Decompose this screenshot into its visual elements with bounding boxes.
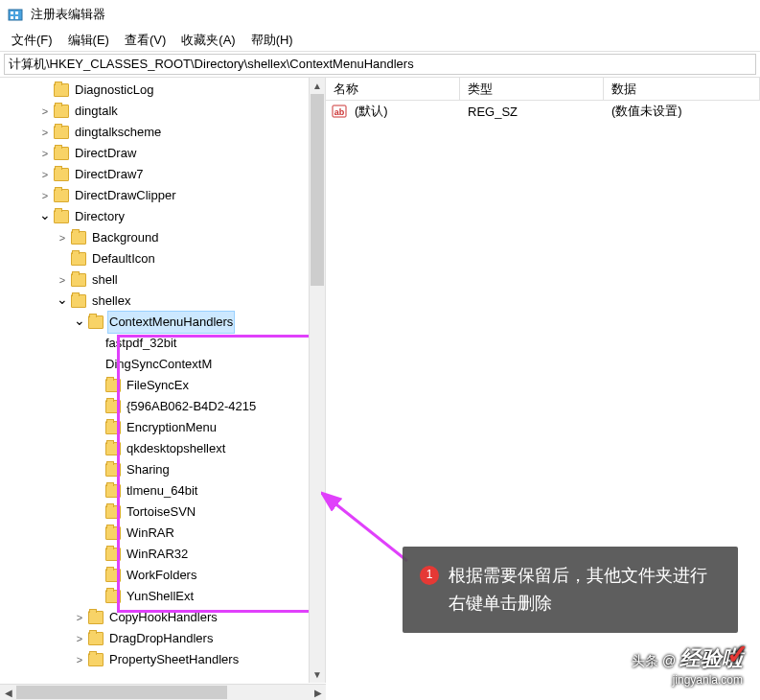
tree-vscrollbar[interactable]: ▲ ▼ (309, 78, 325, 683)
tree-label: Directory (73, 206, 127, 227)
tree-label: dingtalk (73, 101, 120, 122)
tree-hscrollbar[interactable]: ◀ ▶ (0, 684, 326, 700)
tree-item[interactable]: tlmenu_64bit (4, 480, 325, 502)
callout-number: 1 (420, 566, 439, 585)
chevron-right-icon[interactable]: > (73, 649, 86, 670)
col-name[interactable]: 名称 (326, 78, 460, 100)
watermark-prefix: 头条 @ (632, 653, 676, 668)
col-data[interactable]: 数据 (604, 78, 760, 100)
tree[interactable]: DiagnosticLog>dingtalk>dingtalkscheme>Di… (0, 78, 325, 672)
tree-label: DirectDraw (73, 143, 138, 164)
tree-label: EncryptionMenu (125, 417, 219, 438)
scroll-left-icon[interactable]: ◀ (0, 685, 16, 700)
addressbar[interactable]: 计算机\HKEY_CLASSES_ROOT\Directory\shellex\… (4, 54, 756, 75)
tree-label: DirectDraw7 (73, 164, 146, 185)
chevron-right-icon[interactable]: > (38, 185, 52, 206)
svg-rect-1 (11, 12, 13, 14)
folder-icon (105, 526, 121, 540)
col-type[interactable]: 类型 (460, 78, 604, 100)
tree-item[interactable]: WinRAR (4, 523, 325, 544)
svg-rect-3 (11, 16, 13, 19)
tree-item[interactable]: WinRAR32 (4, 544, 325, 565)
tree-item[interactable]: YunShellExt (4, 586, 325, 607)
scroll-right-icon[interactable]: ▶ (310, 685, 326, 700)
tree-label: FileSyncEx (125, 375, 191, 396)
tree-label: WinRAR (125, 523, 176, 544)
scroll-thumb[interactable] (311, 94, 324, 286)
tree-label: dingtalkscheme (73, 122, 163, 143)
folder-icon (71, 252, 86, 266)
folder-icon (54, 189, 69, 202)
tree-item[interactable]: >CopyHookHandlers (4, 607, 325, 628)
chevron-right-icon[interactable]: > (38, 143, 52, 164)
folder-icon (88, 632, 104, 645)
cell-name: (默认) (347, 103, 460, 120)
scroll-down-icon[interactable]: ▼ (310, 666, 325, 683)
folder-icon (105, 505, 121, 519)
tree-item[interactable]: DingSyncContextM (4, 354, 325, 375)
scroll-up-icon[interactable]: ▲ (310, 78, 325, 94)
chevron-right-icon[interactable]: > (56, 227, 69, 248)
hscroll-track[interactable] (16, 685, 310, 700)
chevron-down-icon[interactable]: ⌄ (38, 204, 52, 225)
tree-item[interactable]: FileSyncEx (4, 375, 325, 396)
scroll-track[interactable] (310, 94, 325, 666)
tree-item[interactable]: >dingtalkscheme (4, 122, 325, 143)
tree-item[interactable]: >Background (4, 227, 325, 248)
checkmark-icon: ✓ (726, 639, 748, 670)
folder-icon (54, 83, 69, 97)
chevron-right-icon[interactable]: > (38, 164, 52, 185)
tree-item[interactable]: >PropertySheetHandlers (4, 649, 325, 670)
menu-file[interactable]: 文件(F) (4, 30, 60, 51)
menu-view[interactable]: 查看(V) (117, 30, 173, 51)
folder-icon (71, 231, 86, 245)
chevron-right-icon[interactable]: > (73, 607, 86, 628)
tree-item[interactable]: TortoiseSVN (4, 502, 325, 523)
folder-icon (88, 315, 104, 329)
tree-item[interactable]: Sharing (4, 459, 325, 480)
folder-icon (105, 421, 121, 434)
tree-item[interactable]: >shell (4, 269, 325, 291)
tree-item[interactable]: qkdesktopshellext (4, 438, 325, 459)
folder-icon (105, 400, 121, 413)
hscroll-thumb[interactable] (16, 686, 227, 699)
chevron-right-icon[interactable]: > (56, 269, 69, 291)
chevron-down-icon[interactable]: ⌄ (73, 310, 86, 331)
tree-label: fastpdf_32bit (104, 333, 178, 354)
watermark-site: jingyanla.com (673, 673, 743, 687)
chevron-right-icon[interactable]: > (38, 101, 52, 122)
svg-rect-4 (15, 16, 18, 19)
tree-label: shellex (90, 291, 132, 312)
tree-item[interactable]: ⌄ContextMenuHandlers (4, 312, 325, 333)
folder-icon (54, 105, 69, 118)
tree-item[interactable]: fastpdf_32bit (4, 333, 325, 354)
tree-item[interactable]: ⌄shellex (4, 291, 325, 312)
tree-item[interactable]: >DirectDraw7 (4, 164, 325, 185)
tree-label: tlmenu_64bit (125, 480, 199, 502)
annotation-callout: 1 根据需要保留后，其他文件夹进行右键单击删除 (403, 547, 738, 633)
menu-edit[interactable]: 编辑(E) (60, 30, 117, 51)
folder-icon (88, 653, 104, 666)
tree-item[interactable]: >DragDropHandlers (4, 628, 325, 649)
tree-item[interactable]: WorkFolders (4, 565, 325, 586)
tree-item[interactable]: DiagnosticLog (4, 80, 325, 101)
tree-item[interactable]: >DirectDraw (4, 143, 325, 164)
cell-type: REG_SZ (460, 105, 604, 119)
app-icon (8, 7, 23, 22)
tree-item[interactable]: {596AB062-B4D2-4215 (4, 396, 325, 417)
menu-favorites[interactable]: 收藏夹(A) (173, 30, 242, 51)
folder-icon (54, 168, 69, 181)
chevron-down-icon[interactable]: ⌄ (56, 289, 69, 310)
tree-item[interactable]: ⌄Directory (4, 206, 325, 227)
tree-item[interactable]: >dingtalk (4, 101, 325, 122)
tree-pane: DiagnosticLog>dingtalk>dingtalkscheme>Di… (0, 78, 326, 683)
chevron-right-icon[interactable]: > (73, 628, 86, 649)
tree-item[interactable]: DefaultIcon (4, 248, 325, 269)
watermark: 头条 @ 经验啦 ✓ jingyanla.com (632, 644, 743, 687)
list-row[interactable]: ab (默认) REG_SZ (数值未设置) (326, 101, 760, 122)
tree-item[interactable]: EncryptionMenu (4, 417, 325, 438)
menu-help[interactable]: 帮助(H) (243, 30, 301, 51)
chevron-right-icon[interactable]: > (38, 122, 52, 143)
tree-label: WinRAR32 (125, 544, 190, 565)
tree-item[interactable]: >DirectDrawClipper (4, 185, 325, 206)
